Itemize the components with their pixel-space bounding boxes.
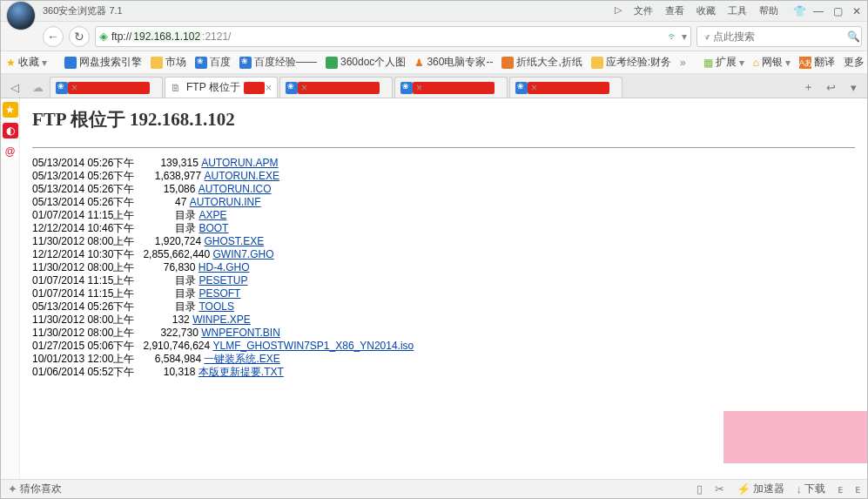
bm-baidu[interactable]: 百度 xyxy=(195,55,231,70)
search-box[interactable]: ▾ 🔍 xyxy=(696,26,862,47)
content-area: ★ ◐ @ FTP 根位于 192.168.1.102 05/13/2014 0… xyxy=(1,98,867,479)
new-tab-button[interactable]: ＋ xyxy=(797,77,818,98)
dropdown-arrow[interactable]: ▷ xyxy=(613,1,623,21)
tab-ftp[interactable]: 🗎FTP 根位于 1× xyxy=(165,77,278,98)
bookmarks-bar: ★收藏▾ 网盘搜索引擎 市场 百度 百度经验—— 360doc个人图 ♟360电… xyxy=(1,51,867,74)
listing-size: 目录 xyxy=(140,287,198,300)
url-box[interactable]: ◈ ftp://192.168.1.102:2121/ ᯤ ▾ xyxy=(95,26,691,47)
search-input[interactable] xyxy=(713,30,844,43)
accelerator-button[interactable]: ⚡加速器 xyxy=(737,482,784,496)
weibo-icon[interactable]: ◐ xyxy=(3,123,18,138)
listing-datetime: 05/13/2014 05:26下午 xyxy=(32,170,140,182)
tab-1[interactable]: × xyxy=(50,77,163,98)
listing-datetime: 10/01/2013 12:00上午 xyxy=(32,353,140,365)
left-sidebar: ★ ◐ @ xyxy=(1,98,20,479)
tab-close-icon[interactable]: × xyxy=(71,82,77,94)
bm-market[interactable]: 市场 xyxy=(151,55,186,70)
listing-link[interactable]: 一键装系统.EXE xyxy=(204,353,279,365)
minimize-button[interactable]: — xyxy=(811,4,825,18)
cloud-icon[interactable]: ☁ xyxy=(27,77,48,98)
tab-4[interactable]: × xyxy=(394,77,508,98)
listing-link[interactable]: GHOST.EXE xyxy=(204,235,264,247)
listing-link[interactable]: TOOLS xyxy=(198,300,233,313)
menu-view[interactable]: 查看 xyxy=(663,1,686,21)
listing-link[interactable]: WINPE.XPE xyxy=(192,314,251,326)
listing-link[interactable]: AXPE xyxy=(198,209,226,221)
ext-button[interactable]: ▦扩展▾ xyxy=(703,55,744,70)
status-bar: ✦猜你喜欢 ▯ ✂ ⚡加速器 ↓下载 ᴇ ᴇ xyxy=(1,479,867,498)
tab-close-icon[interactable]: × xyxy=(531,82,537,94)
rss-icon[interactable]: ᯤ xyxy=(668,30,678,43)
tab-prev-icon[interactable]: ◁ xyxy=(4,77,25,98)
bm-zhezhi[interactable]: 折纸大全,折纸 xyxy=(501,55,582,70)
at-icon[interactable]: @ xyxy=(3,144,18,159)
listing-datetime: 05/13/2014 05:26下午 xyxy=(32,300,140,313)
back-button[interactable]: ← xyxy=(43,26,64,47)
maximize-button[interactable]: ▢ xyxy=(831,4,844,18)
bm-netdisk[interactable]: 网盘搜索引擎 xyxy=(64,55,142,70)
listing-link[interactable]: BOOT xyxy=(198,222,228,234)
window-controls: 👕 — ▢ ✕ xyxy=(792,4,864,18)
listing-size: 1,920,724 xyxy=(140,235,204,247)
user-avatar[interactable] xyxy=(6,1,36,30)
phone-icon[interactable]: ▯ xyxy=(696,482,703,496)
listing-link[interactable]: AUTORUN.APM xyxy=(201,157,278,169)
tab-close-icon[interactable]: × xyxy=(416,82,422,94)
tab-list-icon[interactable]: ▾ xyxy=(843,77,864,98)
tab-3[interactable]: × xyxy=(279,77,393,98)
guess-like-button[interactable]: ✦猜你喜欢 xyxy=(8,482,62,496)
menu-help[interactable]: 帮助 xyxy=(757,1,780,21)
listing-link[interactable]: PESETUP xyxy=(198,274,247,287)
listing-link[interactable]: WNPEFONT.BIN xyxy=(201,327,280,339)
titlebar: 360安全浏览器 7.1 ▷ 文件 查看 收藏 工具 帮助 👕 — ▢ ✕ xyxy=(1,1,867,22)
listing-link[interactable]: PESOFT xyxy=(198,287,240,300)
mute-icon[interactable]: ᴇ xyxy=(838,482,843,496)
listing-link[interactable]: HD-4.GHO xyxy=(198,261,250,273)
bank-button[interactable]: ⌂网银▾ xyxy=(753,55,791,70)
tab-5[interactable]: × xyxy=(509,77,622,98)
listing-link[interactable]: GWIN7.GHO xyxy=(213,248,274,260)
bm-360doc[interactable]: 360doc个人图 xyxy=(326,55,406,70)
divider xyxy=(32,147,855,148)
bm-yingkao[interactable]: 应考经验:财务 xyxy=(591,55,671,70)
restore-tab-button[interactable]: ↩ xyxy=(820,77,841,98)
listing-datetime: 05/13/2014 05:26下午 xyxy=(32,183,140,195)
menu-file[interactable]: 文件 xyxy=(632,1,655,21)
listing-link[interactable]: AUTORUN.EXE xyxy=(204,170,279,182)
listing-datetime: 12/12/2014 10:46下午 xyxy=(32,222,140,234)
listing-link[interactable]: YLMF_GHOSTWIN7SP1_X86_YN2014.iso xyxy=(213,340,414,352)
browser-window: 360安全浏览器 7.1 ▷ 文件 查看 收藏 工具 帮助 👕 — ▢ ✕ ← … xyxy=(0,0,868,499)
translate-button[interactable]: Aあ翻译 xyxy=(799,55,835,70)
listing-size: 132 xyxy=(140,314,192,326)
mute2-icon[interactable]: ᴇ xyxy=(855,482,860,496)
search-icon[interactable]: 🔍 xyxy=(847,30,860,43)
listing-link[interactable]: 本版更新提要.TXT xyxy=(198,366,284,378)
url-dropdown-icon[interactable]: ▾ xyxy=(682,30,687,43)
listing-link[interactable]: AUTORUN.ICO xyxy=(198,183,272,195)
favorite-icon[interactable]: ★ xyxy=(3,102,18,118)
listing-datetime: 11/30/2012 08:00上午 xyxy=(32,235,140,247)
menu-fav[interactable]: 收藏 xyxy=(695,1,717,21)
tab-close-icon[interactable]: × xyxy=(301,82,307,94)
close-button[interactable]: ✕ xyxy=(850,4,864,18)
bm-overflow-icon[interactable]: » xyxy=(680,57,686,69)
listing-datetime: 11/30/2012 08:00上午 xyxy=(32,261,140,273)
more-button[interactable]: 更多» xyxy=(844,55,868,70)
listing-size: 15,086 xyxy=(140,183,198,195)
shield-icon: ◈ xyxy=(99,30,108,43)
scissor-icon[interactable]: ✂ xyxy=(715,482,724,496)
listing-size: 76,830 xyxy=(140,261,198,273)
menu-tools[interactable]: 工具 xyxy=(726,1,749,21)
address-bar: ← ↻ ◈ ftp://192.168.1.102:2121/ ᯤ ▾ ▾ 🔍 xyxy=(1,22,867,51)
fav-button[interactable]: ★收藏▾ xyxy=(6,55,47,70)
listing-link[interactable]: AUTORUN.INF xyxy=(190,196,261,208)
listing-datetime: 05/13/2014 05:26下午 xyxy=(32,157,140,169)
page-heading: FTP 根位于 192.168.1.102 xyxy=(32,107,855,131)
reload-button[interactable]: ↻ xyxy=(69,26,90,47)
bm-pcexpert[interactable]: ♟360电脑专家-- xyxy=(414,55,493,70)
skin-icon[interactable]: 👕 xyxy=(792,4,806,18)
bm-bdexp[interactable]: 百度经验—— xyxy=(239,55,317,70)
listing-datetime: 01/07/2014 11:15上午 xyxy=(32,287,140,300)
download-button[interactable]: ↓下载 xyxy=(797,482,826,496)
tab-close-icon[interactable]: × xyxy=(266,82,272,94)
